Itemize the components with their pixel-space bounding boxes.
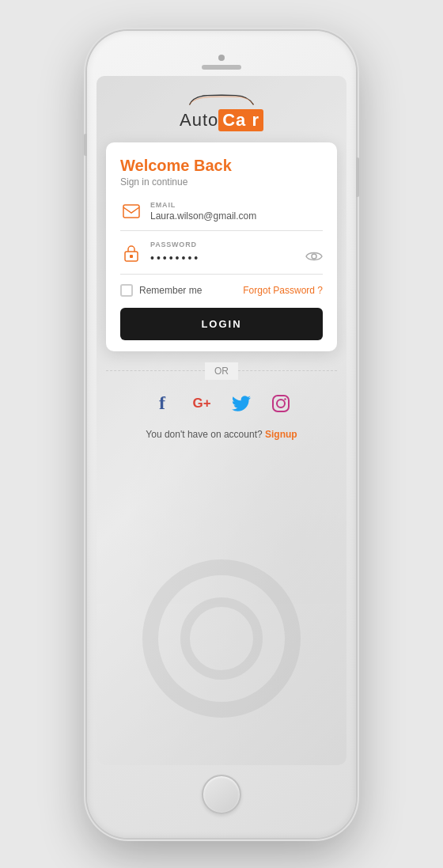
speaker <box>202 65 241 70</box>
instagram-icon[interactable] <box>268 391 293 416</box>
email-icon <box>120 200 142 222</box>
or-divider: OR <box>106 362 337 380</box>
or-text: OR <box>205 362 238 380</box>
logo-auto: Auto <box>180 110 218 131</box>
svg-point-6 <box>284 398 286 400</box>
login-button[interactable]: LOGIN <box>120 308 323 340</box>
email-row: EMAIL Laura.wilson@gmail.com <box>120 200 323 222</box>
svg-point-5 <box>277 400 285 407</box>
google-icon[interactable]: G+ <box>189 391 214 416</box>
welcome-title: Welcome Back <box>120 157 323 175</box>
password-label: PASSWORD <box>150 241 323 248</box>
password-icon <box>120 242 142 264</box>
or-line-right <box>238 370 337 371</box>
login-card: Welcome Back Sign in continue EMAIL <box>106 142 337 351</box>
remember-checkbox[interactable] <box>120 284 133 297</box>
svg-rect-2 <box>130 255 133 258</box>
wheel-decoration <box>142 559 301 718</box>
home-button[interactable] <box>202 775 241 814</box>
show-password-icon[interactable] <box>305 250 323 266</box>
svg-rect-0 <box>123 205 139 218</box>
social-row: f G+ <box>150 391 293 416</box>
email-content[interactable]: EMAIL Laura.wilson@gmail.com <box>150 201 323 222</box>
car-silhouette-icon <box>186 92 257 109</box>
logo-text: AutoCa r <box>180 109 263 131</box>
remember-label: Remember me <box>139 285 202 296</box>
phone-top-bar <box>92 47 351 70</box>
phone-frame: AutoCa r Welcome Back Sign in continue <box>87 31 356 838</box>
logo-car-badge: Ca r <box>218 109 263 131</box>
forgot-password-link[interactable]: Forgot Password ? <box>243 285 323 296</box>
password-dots-row: •••••••• <box>150 250 323 266</box>
remember-row: Remember me Forgot Password ? <box>120 284 323 297</box>
email-label: EMAIL <box>150 201 323 209</box>
camera <box>218 55 225 61</box>
signup-text: You don't have on account? Signup <box>146 429 297 440</box>
email-field-group: EMAIL Laura.wilson@gmail.com <box>120 200 323 231</box>
password-content[interactable]: PASSWORD •••••••• <box>150 241 323 266</box>
signup-prompt: You don't have on account? <box>146 429 262 440</box>
remember-left: Remember me <box>120 284 202 297</box>
twitter-icon[interactable] <box>229 391 254 416</box>
screen-content: AutoCa r Welcome Back Sign in continue <box>97 76 346 453</box>
phone-screen: AutoCa r Welcome Back Sign in continue <box>97 76 346 765</box>
logo-area: AutoCa r <box>180 92 263 131</box>
svg-point-3 <box>312 254 316 259</box>
password-row: PASSWORD •••••••• <box>120 241 323 266</box>
facebook-icon[interactable]: f <box>150 391 175 416</box>
welcome-subtitle: Sign in continue <box>120 176 323 188</box>
password-field-group: PASSWORD •••••••• <box>120 241 323 275</box>
svg-rect-4 <box>273 396 289 411</box>
or-line-left <box>106 370 205 371</box>
signup-link[interactable]: Signup <box>265 429 297 440</box>
email-value: Laura.wilson@gmail.com <box>150 210 323 222</box>
password-dots: •••••••• <box>150 252 305 264</box>
